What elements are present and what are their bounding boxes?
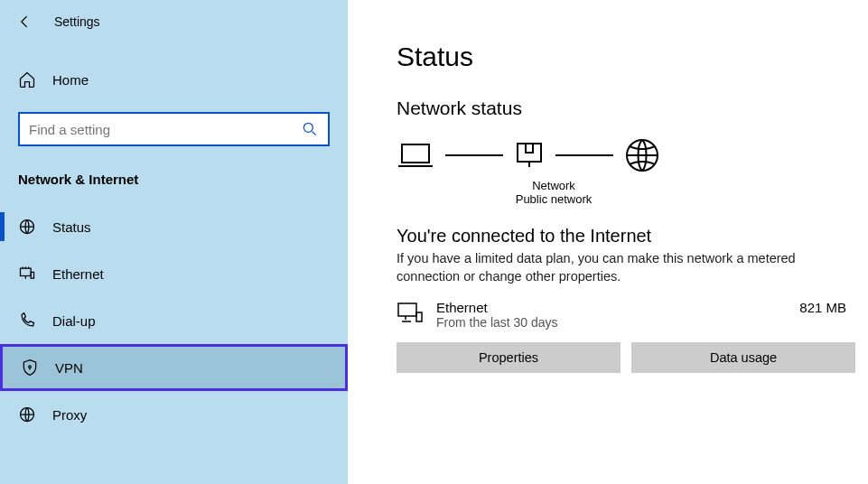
home-label: Home xyxy=(52,72,89,88)
search-input[interactable] xyxy=(29,122,301,137)
svg-rect-2 xyxy=(21,268,32,275)
sidebar-item-label: VPN xyxy=(55,360,83,376)
connected-title: You're connected to the Internet xyxy=(397,226,855,247)
sidebar-item-label: Status xyxy=(52,219,91,235)
search-wrap xyxy=(18,112,330,146)
properties-button[interactable]: Properties xyxy=(397,342,621,373)
diagram-mid-sub: Public network xyxy=(499,192,608,206)
network-device-icon xyxy=(514,140,545,171)
phone-icon xyxy=(18,312,36,330)
diagram-mid-label: Network xyxy=(499,179,608,192)
connection-usage: 821 MB xyxy=(799,300,846,315)
sidebar: Settings Home Network & Internet Status … xyxy=(0,0,348,484)
page-title: Status xyxy=(397,42,855,72)
shield-lock-icon xyxy=(21,358,39,377)
data-usage-button[interactable]: Data usage xyxy=(631,342,855,373)
laptop-icon xyxy=(397,141,434,170)
sidebar-item-dialup[interactable]: Dial-up xyxy=(0,297,348,344)
sidebar-item-status[interactable]: Status xyxy=(0,203,348,250)
svg-point-0 xyxy=(303,123,313,132)
diagram-caption: Network Public network xyxy=(499,179,608,206)
sidebar-item-vpn[interactable]: VPN xyxy=(0,344,348,391)
monitor-icon xyxy=(397,300,424,327)
sidebar-item-label: Dial-up xyxy=(52,313,96,329)
search-icon xyxy=(301,120,319,138)
home-icon xyxy=(18,70,36,88)
sidebar-item-proxy[interactable]: Proxy xyxy=(0,391,348,438)
connection-name: Ethernet xyxy=(436,300,787,315)
network-diagram xyxy=(397,137,855,173)
sidebar-item-label: Proxy xyxy=(52,407,87,423)
sidebar-item-label: Ethernet xyxy=(52,266,104,282)
button-row: Properties Data usage xyxy=(397,342,855,373)
connected-desc: If you have a limited data plan, you can… xyxy=(397,250,848,285)
sidebar-category: Network & Internet xyxy=(0,172,348,187)
sidebar-item-ethernet[interactable]: Ethernet xyxy=(0,250,348,297)
ethernet-icon xyxy=(18,265,36,283)
back-icon[interactable] xyxy=(16,13,34,31)
nav-items: Status Ethernet Dial-up VPN Proxy xyxy=(0,203,348,438)
window-header: Settings xyxy=(0,5,348,38)
main-content: Status Network status Network Public net… xyxy=(348,0,868,484)
globe-icon xyxy=(18,218,36,236)
sidebar-home[interactable]: Home xyxy=(0,60,348,99)
window-title: Settings xyxy=(54,14,100,29)
globe-large-icon xyxy=(624,137,660,173)
globe-icon xyxy=(18,405,36,424)
connection-row: Ethernet From the last 30 days 821 MB xyxy=(397,300,855,330)
connection-sub: From the last 30 days xyxy=(436,315,787,330)
svg-rect-8 xyxy=(398,303,416,316)
section-heading: Network status xyxy=(397,98,855,119)
diagram-line xyxy=(555,154,613,156)
svg-rect-5 xyxy=(402,144,429,163)
diagram-line xyxy=(445,154,503,156)
search-box[interactable] xyxy=(18,112,330,146)
